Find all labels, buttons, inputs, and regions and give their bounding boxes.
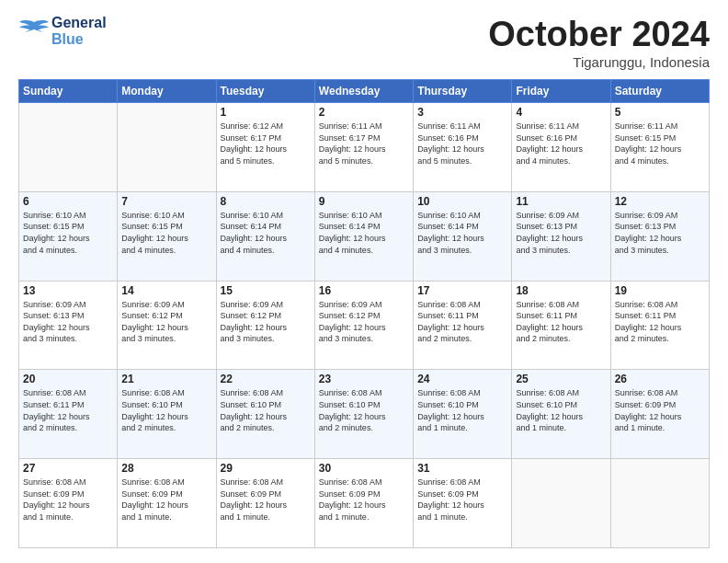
day-number: 16 <box>319 284 409 297</box>
day-info: Sunrise: 6:08 AM Sunset: 6:09 PM Dayligh… <box>615 387 705 433</box>
calendar-week-row: 20Sunrise: 6:08 AM Sunset: 6:11 PM Dayli… <box>19 370 710 459</box>
logo-bird-icon <box>18 18 50 44</box>
day-info: Sunrise: 6:09 AM Sunset: 6:12 PM Dayligh… <box>121 299 211 345</box>
calendar-cell: 18Sunrise: 6:08 AM Sunset: 6:11 PM Dayli… <box>512 281 610 370</box>
day-info: Sunrise: 6:08 AM Sunset: 6:11 PM Dayligh… <box>23 387 113 433</box>
calendar-table: SundayMondayTuesdayWednesdayThursdayFrid… <box>18 79 710 548</box>
day-number: 1 <box>221 106 311 119</box>
calendar-cell: 24Sunrise: 6:08 AM Sunset: 6:10 PM Dayli… <box>414 370 512 459</box>
calendar-header-thursday: Thursday <box>414 80 512 103</box>
day-number: 28 <box>121 462 211 475</box>
day-info: Sunrise: 6:09 AM Sunset: 6:13 PM Dayligh… <box>23 299 113 345</box>
calendar-week-row: 1Sunrise: 6:12 AM Sunset: 6:17 PM Daylig… <box>19 103 710 192</box>
day-number: 20 <box>23 373 113 385</box>
calendar-cell: 4Sunrise: 6:11 AM Sunset: 6:16 PM Daylig… <box>512 103 610 192</box>
day-info: Sunrise: 6:09 AM Sunset: 6:12 PM Dayligh… <box>319 299 409 345</box>
day-number: 29 <box>221 462 311 475</box>
subtitle: Tigarunggu, Indonesia <box>488 54 710 70</box>
day-number: 14 <box>121 284 211 297</box>
logo-general: General <box>51 15 107 31</box>
title-block: October 2024 Tigarunggu, Indonesia <box>488 15 710 70</box>
day-info: Sunrise: 6:08 AM Sunset: 6:09 PM Dayligh… <box>23 477 113 523</box>
day-number: 3 <box>417 106 507 119</box>
day-info: Sunrise: 6:08 AM Sunset: 6:10 PM Dayligh… <box>516 387 606 433</box>
calendar-cell: 12Sunrise: 6:09 AM Sunset: 6:13 PM Dayli… <box>610 191 709 281</box>
day-info: Sunrise: 6:08 AM Sunset: 6:11 PM Dayligh… <box>516 299 606 345</box>
day-number: 8 <box>221 195 311 208</box>
calendar-cell: 25Sunrise: 6:08 AM Sunset: 6:10 PM Dayli… <box>512 370 610 459</box>
calendar-cell: 29Sunrise: 6:08 AM Sunset: 6:09 PM Dayli… <box>216 459 314 548</box>
day-number: 18 <box>516 284 606 297</box>
day-number: 21 <box>121 373 211 385</box>
calendar-cell: 16Sunrise: 6:09 AM Sunset: 6:12 PM Dayli… <box>314 281 413 370</box>
day-info: Sunrise: 6:08 AM Sunset: 6:09 PM Dayligh… <box>417 477 507 523</box>
calendar-header-row: SundayMondayTuesdayWednesdayThursdayFrid… <box>19 80 710 103</box>
day-info: Sunrise: 6:11 AM Sunset: 6:15 PM Dayligh… <box>615 121 705 167</box>
day-number: 2 <box>319 106 409 119</box>
calendar-week-row: 27Sunrise: 6:08 AM Sunset: 6:09 PM Dayli… <box>19 459 710 548</box>
calendar-week-row: 6Sunrise: 6:10 AM Sunset: 6:15 PM Daylig… <box>19 191 710 281</box>
day-info: Sunrise: 6:08 AM Sunset: 6:10 PM Dayligh… <box>221 387 311 433</box>
calendar-cell: 19Sunrise: 6:08 AM Sunset: 6:11 PM Dayli… <box>610 281 709 370</box>
day-info: Sunrise: 6:11 AM Sunset: 6:17 PM Dayligh… <box>319 121 409 167</box>
day-info: Sunrise: 6:08 AM Sunset: 6:11 PM Dayligh… <box>615 299 705 345</box>
calendar-header-saturday: Saturday <box>610 80 709 103</box>
day-number: 23 <box>319 373 409 385</box>
logo-blue: Blue <box>51 31 107 48</box>
day-info: Sunrise: 6:09 AM Sunset: 6:13 PM Dayligh… <box>516 210 606 256</box>
calendar-cell: 31Sunrise: 6:08 AM Sunset: 6:09 PM Dayli… <box>414 459 512 548</box>
day-info: Sunrise: 6:09 AM Sunset: 6:12 PM Dayligh… <box>221 299 311 345</box>
day-number: 15 <box>221 284 311 297</box>
calendar-header-sunday: Sunday <box>19 80 118 103</box>
day-number: 22 <box>221 373 311 385</box>
day-number: 17 <box>417 284 507 297</box>
day-number: 6 <box>23 195 113 208</box>
calendar-cell: 10Sunrise: 6:10 AM Sunset: 6:14 PM Dayli… <box>414 191 512 281</box>
calendar-cell: 8Sunrise: 6:10 AM Sunset: 6:14 PM Daylig… <box>216 191 314 281</box>
day-info: Sunrise: 6:11 AM Sunset: 6:16 PM Dayligh… <box>417 121 507 167</box>
day-info: Sunrise: 6:08 AM Sunset: 6:10 PM Dayligh… <box>319 387 409 433</box>
page: General Blue October 2024 Tigarunggu, In… <box>0 0 728 563</box>
day-info: Sunrise: 6:08 AM Sunset: 6:10 PM Dayligh… <box>121 387 211 433</box>
day-number: 11 <box>516 195 606 208</box>
calendar-cell: 11Sunrise: 6:09 AM Sunset: 6:13 PM Dayli… <box>512 191 610 281</box>
day-info: Sunrise: 6:10 AM Sunset: 6:14 PM Dayligh… <box>319 210 409 256</box>
day-info: Sunrise: 6:08 AM Sunset: 6:09 PM Dayligh… <box>319 477 409 523</box>
calendar-cell: 15Sunrise: 6:09 AM Sunset: 6:12 PM Dayli… <box>216 281 314 370</box>
day-number: 4 <box>516 106 606 119</box>
day-number: 5 <box>615 106 705 119</box>
calendar-cell: 7Sunrise: 6:10 AM Sunset: 6:15 PM Daylig… <box>118 191 216 281</box>
calendar-cell: 9Sunrise: 6:10 AM Sunset: 6:14 PM Daylig… <box>314 191 413 281</box>
calendar-header-wednesday: Wednesday <box>314 80 413 103</box>
calendar-cell: 13Sunrise: 6:09 AM Sunset: 6:13 PM Dayli… <box>19 281 118 370</box>
day-info: Sunrise: 6:10 AM Sunset: 6:14 PM Dayligh… <box>417 210 507 256</box>
day-info: Sunrise: 6:08 AM Sunset: 6:11 PM Dayligh… <box>417 299 507 345</box>
day-number: 7 <box>121 195 211 208</box>
day-number: 9 <box>319 195 409 208</box>
header: General Blue October 2024 Tigarunggu, In… <box>18 15 710 70</box>
day-number: 24 <box>417 373 507 385</box>
day-info: Sunrise: 6:10 AM Sunset: 6:15 PM Dayligh… <box>121 210 211 256</box>
day-info: Sunrise: 6:12 AM Sunset: 6:17 PM Dayligh… <box>221 121 311 167</box>
day-number: 10 <box>417 195 507 208</box>
calendar-cell: 3Sunrise: 6:11 AM Sunset: 6:16 PM Daylig… <box>414 103 512 192</box>
calendar-cell: 27Sunrise: 6:08 AM Sunset: 6:09 PM Dayli… <box>19 459 118 548</box>
calendar-week-row: 13Sunrise: 6:09 AM Sunset: 6:13 PM Dayli… <box>19 281 710 370</box>
day-info: Sunrise: 6:10 AM Sunset: 6:14 PM Dayligh… <box>221 210 311 256</box>
day-number: 30 <box>319 462 409 475</box>
day-number: 26 <box>615 373 705 385</box>
calendar-cell: 5Sunrise: 6:11 AM Sunset: 6:15 PM Daylig… <box>610 103 709 192</box>
calendar-cell: 30Sunrise: 6:08 AM Sunset: 6:09 PM Dayli… <box>314 459 413 548</box>
calendar-cell: 2Sunrise: 6:11 AM Sunset: 6:17 PM Daylig… <box>314 103 413 192</box>
day-info: Sunrise: 6:08 AM Sunset: 6:09 PM Dayligh… <box>121 477 211 523</box>
calendar-cell <box>118 103 216 192</box>
day-info: Sunrise: 6:08 AM Sunset: 6:10 PM Dayligh… <box>417 387 507 433</box>
calendar-cell: 26Sunrise: 6:08 AM Sunset: 6:09 PM Dayli… <box>610 370 709 459</box>
calendar-cell <box>610 459 709 548</box>
calendar-cell: 21Sunrise: 6:08 AM Sunset: 6:10 PM Dayli… <box>118 370 216 459</box>
calendar-cell: 1Sunrise: 6:12 AM Sunset: 6:17 PM Daylig… <box>216 103 314 192</box>
calendar-cell: 20Sunrise: 6:08 AM Sunset: 6:11 PM Dayli… <box>19 370 118 459</box>
calendar-cell: 6Sunrise: 6:10 AM Sunset: 6:15 PM Daylig… <box>19 191 118 281</box>
calendar-cell <box>19 103 118 192</box>
day-info: Sunrise: 6:08 AM Sunset: 6:09 PM Dayligh… <box>221 477 311 523</box>
